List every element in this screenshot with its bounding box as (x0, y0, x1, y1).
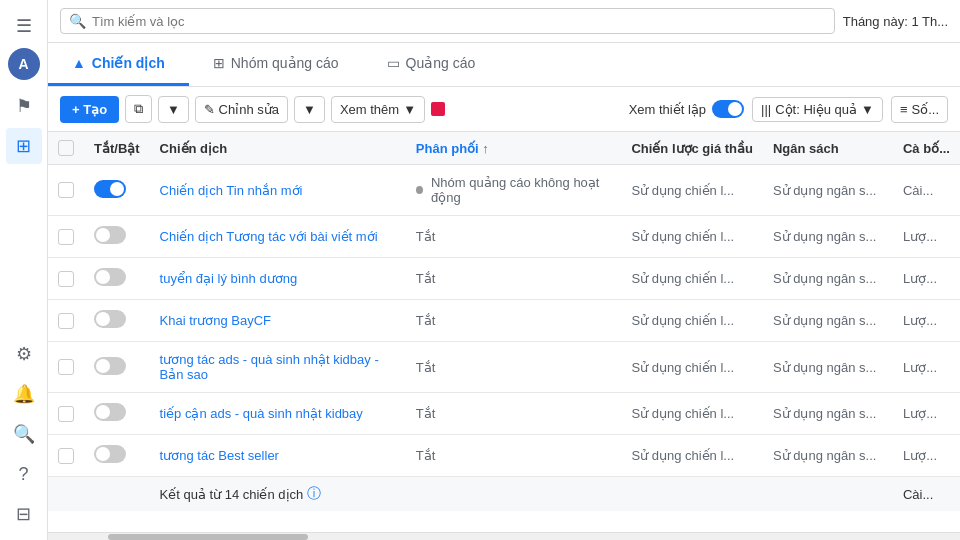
help-icon[interactable]: ? (6, 456, 42, 492)
result-text: Kết quả từ 14 chiến dịch (160, 487, 304, 502)
campaign-link[interactable]: Khai trương BayCF (160, 313, 271, 328)
bidstrategy-value: Sử dụng chiến l... (631, 183, 734, 198)
footer-result-cell: Kết quả từ 14 chiến dịch ⓘ (150, 477, 406, 512)
row-bidstrategy-cell: Sử dụng chiến l... (621, 435, 763, 477)
tab-campaigns[interactable]: ▲ Chiến dịch (48, 43, 189, 86)
row-checkbox-cell (48, 165, 84, 216)
row-checkbox[interactable] (58, 271, 74, 287)
row-distribution-cell: Tắt (406, 435, 622, 477)
create-button[interactable]: + Tạo (60, 96, 119, 123)
campaign-link[interactable]: Chiến dịch Tương tác với bài viết mới (160, 229, 378, 244)
sidebar: ☰ A ⚑ ⊞ ⚙ 🔔 🔍 ? ⊟ (0, 0, 48, 540)
row-toggle-off[interactable] (94, 226, 126, 244)
row-checkbox[interactable] (58, 182, 74, 198)
row-bidstrategy-cell: Sử dụng chiến l... (621, 342, 763, 393)
info-icon[interactable]: ⓘ (307, 485, 321, 503)
tab-ads[interactable]: ▭ Quảng cáo (363, 43, 500, 86)
row-checkbox[interactable] (58, 359, 74, 375)
result-text-group: Kết quả từ 14 chiến dịch ⓘ (160, 485, 396, 503)
th-col6: Cà bố... (893, 132, 960, 165)
horizontal-scrollbar[interactable] (48, 532, 960, 540)
row-checkbox-cell (48, 393, 84, 435)
row-toggle-off[interactable] (94, 357, 126, 375)
bidstrategy-value: Sử dụng chiến l... (631, 271, 734, 286)
row-campaign-cell: tuyển đại lý bình dương (150, 258, 406, 300)
row-campaign-cell: Chiến dịch Tương tác với bài viết mới (150, 216, 406, 258)
more-button[interactable]: Xem thêm ▼ (331, 96, 425, 123)
th-campaign[interactable]: Chiến dịch (150, 132, 406, 165)
th-distribution[interactable]: Phân phối ↑ (406, 132, 622, 165)
red-indicator (431, 102, 445, 116)
campaign-tab-icon: ▲ (72, 55, 86, 71)
row-checkbox[interactable] (58, 406, 74, 422)
row-campaign-cell: tương tác Best seller (150, 435, 406, 477)
row-budget-cell: Sử dụng ngân s... (763, 216, 893, 258)
row-budget-cell: Sử dụng ngân s... (763, 300, 893, 342)
th-budget[interactable]: Ngân sách (763, 132, 893, 165)
date-label: Tháng này: 1 Th... (843, 14, 948, 29)
bell-icon[interactable]: 🔔 (6, 376, 42, 412)
row-toggle-cell (84, 165, 150, 216)
edit-dropdown-arrow-icon: ▼ (303, 102, 316, 117)
row-checkbox[interactable] (58, 313, 74, 329)
copy-button[interactable]: ⧉ (125, 95, 152, 123)
search-input[interactable] (92, 14, 826, 29)
qr-icon[interactable]: ⊟ (6, 496, 42, 532)
row-toggle-cell (84, 342, 150, 393)
tab-adgroups[interactable]: ⊞ Nhóm quảng cáo (189, 43, 363, 86)
select-all-checkbox[interactable] (58, 140, 74, 156)
row-distribution-cell: Tắt (406, 216, 622, 258)
row-toggle-off[interactable] (94, 310, 126, 328)
budget-value: Sử dụng ngân s... (773, 183, 876, 198)
topbar: 🔍 Tháng này: 1 Th... (48, 0, 960, 43)
view-label: Xem thiết lập (629, 102, 706, 117)
campaign-link[interactable]: tương tác Best seller (160, 448, 279, 463)
view-toggle-switch[interactable] (712, 100, 744, 118)
copy-dropdown-button[interactable]: ▼ (158, 96, 189, 123)
table-row: tiếp cận ads - quà sinh nhật kidbayTắtSử… (48, 393, 960, 435)
row-checkbox[interactable] (58, 229, 74, 245)
search-icon[interactable]: 🔍 (6, 416, 42, 452)
row-budget-cell: Sử dụng ngân s... (763, 165, 893, 216)
bidstrategy-value: Sử dụng chiến l... (631, 313, 734, 328)
edit-button[interactable]: ✎ Chỉnh sửa (195, 96, 288, 123)
footer-distribution-cell (406, 477, 622, 512)
edit-dropdown-button[interactable]: ▼ (294, 96, 325, 123)
grid-icon[interactable]: ⊞ (6, 128, 42, 164)
col6-value: Lượ... (903, 271, 937, 286)
row-toggle-off[interactable] (94, 445, 126, 463)
row-bidstrategy-cell: Sử dụng chiến l... (621, 393, 763, 435)
row-campaign-cell: tương tác ads - quà sinh nhật kidbay - B… (150, 342, 406, 393)
flag-icon[interactable]: ⚑ (6, 88, 42, 124)
distribution-value: Nhóm quảng cáo không hoạt động (416, 175, 612, 205)
row-checkbox[interactable] (58, 448, 74, 464)
row-toggle-off[interactable] (94, 403, 126, 421)
row-toggle-on[interactable] (94, 180, 126, 198)
status-dot (416, 186, 423, 194)
th-bidstrategy[interactable]: Chiến lược giá thầu (621, 132, 763, 165)
toolbar-right: Xem thiết lập ||| Cột: Hiệu quả ▼ ≡ Số..… (629, 96, 948, 123)
campaign-link[interactable]: tiếp cận ads - quà sinh nhật kidbay (160, 406, 363, 421)
search-box[interactable]: 🔍 (60, 8, 835, 34)
campaign-link[interactable]: Chiến dịch Tin nhắn mới (160, 183, 303, 198)
footer-col6-cell: Cài... (893, 477, 960, 512)
campaign-link[interactable]: tuyển đại lý bình dương (160, 271, 298, 286)
footer-row: Kết quả từ 14 chiến dịch ⓘ Cài... (48, 477, 960, 512)
distribution-value: Tắt (416, 229, 436, 244)
table-row: tuyển đại lý bình dươngTắtSử dụng chiến … (48, 258, 960, 300)
row-col6-cell: Lượ... (893, 258, 960, 300)
row-bidstrategy-cell: Sử dụng chiến l... (621, 216, 763, 258)
distribution-value: Tắt (416, 448, 436, 463)
settings-icon[interactable]: ⚙ (6, 336, 42, 372)
sort-button[interactable]: ≡ Số... (891, 96, 948, 123)
avatar[interactable]: A (8, 48, 40, 80)
column-selector[interactable]: ||| Cột: Hiệu quả ▼ (752, 97, 883, 122)
view-toggle-group: Xem thiết lập (629, 100, 744, 118)
menu-icon[interactable]: ☰ (6, 8, 42, 44)
scrollbar-thumb[interactable] (108, 534, 308, 540)
row-toggle-off[interactable] (94, 268, 126, 286)
budget-value: Sử dụng ngân s... (773, 448, 876, 463)
row-col6-cell: Lượ... (893, 393, 960, 435)
col6-value: Lượ... (903, 406, 937, 421)
campaign-link[interactable]: tương tác ads - quà sinh nhật kidbay - B… (160, 352, 379, 382)
